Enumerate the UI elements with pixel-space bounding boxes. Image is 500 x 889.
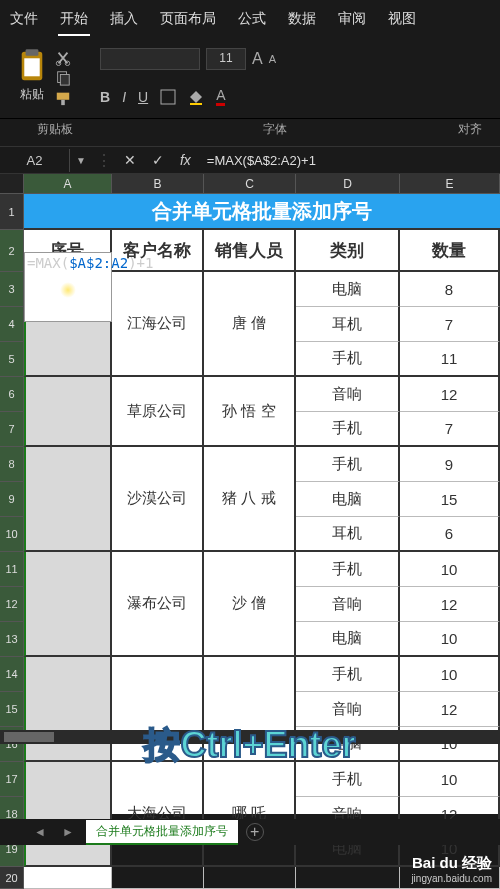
tab-data[interactable]: 数据 (286, 4, 318, 36)
cell-quantity[interactable]: 11 (400, 342, 500, 377)
cell-customer[interactable] (112, 657, 204, 762)
font-size-select[interactable]: 11 (206, 48, 246, 70)
cell-category[interactable]: 耳机 (296, 307, 400, 342)
row-header[interactable]: 7 (0, 412, 24, 447)
cell-quantity[interactable]: 12 (400, 692, 500, 727)
confirm-formula-button[interactable]: ✓ (144, 152, 172, 168)
cell-quantity[interactable]: 15 (400, 482, 500, 517)
cell-category[interactable]: 电脑 (296, 622, 400, 657)
row-header[interactable]: 1 (0, 194, 24, 230)
tab-file[interactable]: 文件 (8, 4, 40, 36)
tab-layout[interactable]: 页面布局 (158, 4, 218, 36)
col-header-c[interactable]: C (204, 174, 296, 194)
cell-quantity[interactable]: 7 (400, 412, 500, 447)
cell-sequence[interactable] (24, 762, 112, 867)
cell-sequence[interactable] (24, 377, 112, 447)
col-header-a[interactable]: A (24, 174, 112, 194)
sheet-nav-next[interactable]: ► (58, 825, 78, 839)
cell-sequence[interactable] (24, 657, 112, 762)
tab-home[interactable]: 开始 (58, 4, 90, 36)
tab-view[interactable]: 视图 (386, 4, 418, 36)
row-header[interactable]: 13 (0, 622, 24, 657)
fx-button[interactable]: fx (172, 152, 199, 168)
col-header-b[interactable]: B (112, 174, 204, 194)
row-header[interactable]: 14 (0, 657, 24, 692)
header-cell[interactable]: 类别 (296, 230, 400, 272)
border-icon[interactable] (160, 89, 176, 105)
format-painter-icon[interactable] (54, 90, 72, 106)
cell-quantity[interactable]: 10 (400, 657, 500, 692)
name-box-dropdown[interactable]: ▼ (70, 155, 92, 166)
cell-category[interactable]: 手机 (296, 342, 400, 377)
row-header[interactable]: 3 (0, 272, 24, 307)
title-cell[interactable]: 合并单元格批量添加序号 (24, 194, 500, 230)
cell-quantity[interactable]: 12 (400, 377, 500, 412)
cell-quantity[interactable]: 9 (400, 447, 500, 482)
underline-button[interactable]: U (138, 89, 148, 105)
cancel-formula-button[interactable]: ✕ (116, 152, 144, 168)
cell-sequence[interactable] (24, 552, 112, 657)
name-box[interactable]: A2 (0, 149, 70, 172)
cell-quantity[interactable]: 10 (400, 762, 500, 797)
row-header[interactable]: 12 (0, 587, 24, 622)
decrease-font-icon[interactable]: A (269, 53, 276, 65)
font-family-select[interactable] (100, 48, 200, 70)
increase-font-icon[interactable]: A (252, 50, 263, 68)
row-header[interactable]: 2 (0, 230, 24, 272)
row-header[interactable]: 20 (0, 867, 24, 889)
font-color-icon[interactable]: A (216, 87, 225, 106)
cell-category[interactable]: 电脑 (296, 482, 400, 517)
cell-category[interactable]: 手机 (296, 552, 400, 587)
row-header[interactable]: 8 (0, 447, 24, 482)
cell-quantity[interactable]: 7 (400, 307, 500, 342)
cell-salesperson[interactable]: 哪 吒 (204, 762, 296, 867)
fill-color-icon[interactable] (188, 89, 204, 105)
cell-category[interactable]: 手机 (296, 762, 400, 797)
col-header-e[interactable]: E (400, 174, 500, 194)
cell-customer[interactable]: 江海公司 (112, 272, 204, 377)
tab-formula[interactable]: 公式 (236, 4, 268, 36)
cell-category[interactable]: 耳机 (296, 517, 400, 552)
cell-category[interactable]: 电脑 (296, 272, 400, 307)
cell-salesperson[interactable]: 唐 僧 (204, 272, 296, 377)
row-header[interactable]: 17 (0, 762, 24, 797)
cell-salesperson[interactable] (204, 657, 296, 762)
tab-review[interactable]: 审阅 (336, 4, 368, 36)
cell-customer[interactable]: 沙漠公司 (112, 447, 204, 552)
cell-customer[interactable]: 瀑布公司 (112, 552, 204, 657)
header-cell[interactable]: 数量 (400, 230, 500, 272)
cell-customer[interactable]: 大海公司 (112, 762, 204, 867)
cell-quantity[interactable]: 8 (400, 272, 500, 307)
cell-customer[interactable]: 草原公司 (112, 377, 204, 447)
cell-salesperson[interactable]: 猪 八 戒 (204, 447, 296, 552)
cell-quantity[interactable]: 10 (400, 552, 500, 587)
add-sheet-button[interactable]: + (246, 823, 264, 841)
formula-input[interactable]: =MAX($A$2:A2)+1 (199, 153, 500, 168)
cell-category[interactable]: 音响 (296, 587, 400, 622)
select-all-corner[interactable] (0, 174, 24, 194)
header-cell[interactable]: 销售人员 (204, 230, 296, 272)
cell-category[interactable]: 音响 (296, 377, 400, 412)
cell-quantity[interactable]: 10 (400, 622, 500, 657)
row-header[interactable]: 15 (0, 692, 24, 727)
copy-icon[interactable] (54, 70, 72, 86)
row-header[interactable]: 11 (0, 552, 24, 587)
row-header[interactable]: 6 (0, 377, 24, 412)
horizontal-scrollbar[interactable] (0, 730, 500, 744)
cell-quantity[interactable]: 6 (400, 517, 500, 552)
cut-icon[interactable] (54, 50, 72, 66)
cell-category[interactable]: 手机 (296, 447, 400, 482)
paste-button[interactable]: 粘贴 (16, 48, 48, 103)
italic-button[interactable]: I (122, 89, 126, 105)
bold-button[interactable]: B (100, 89, 110, 105)
tab-insert[interactable]: 插入 (108, 4, 140, 36)
sheet-tab[interactable]: 合并单元格批量添加序号 (86, 820, 238, 845)
row-header[interactable]: 9 (0, 482, 24, 517)
row-header[interactable]: 4 (0, 307, 24, 342)
col-header-d[interactable]: D (296, 174, 400, 194)
cell-salesperson[interactable]: 沙 僧 (204, 552, 296, 657)
cell-category[interactable]: 音响 (296, 692, 400, 727)
cell-salesperson[interactable]: 孙 悟 空 (204, 377, 296, 447)
cell-category[interactable]: 手机 (296, 657, 400, 692)
sheet-nav-prev[interactable]: ◄ (30, 825, 50, 839)
